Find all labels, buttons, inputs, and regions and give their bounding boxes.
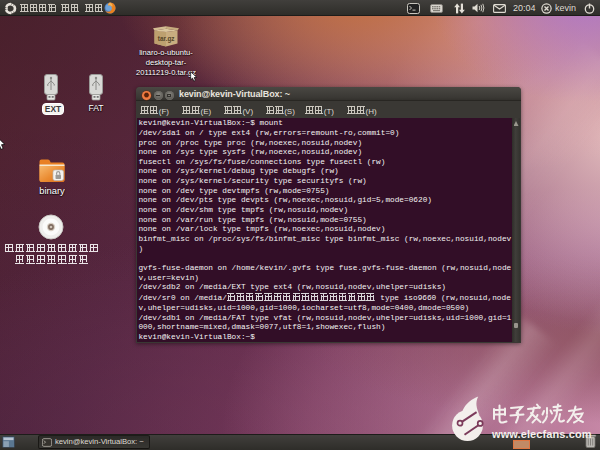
svg-text:tar.gz: tar.gz bbox=[158, 35, 175, 43]
